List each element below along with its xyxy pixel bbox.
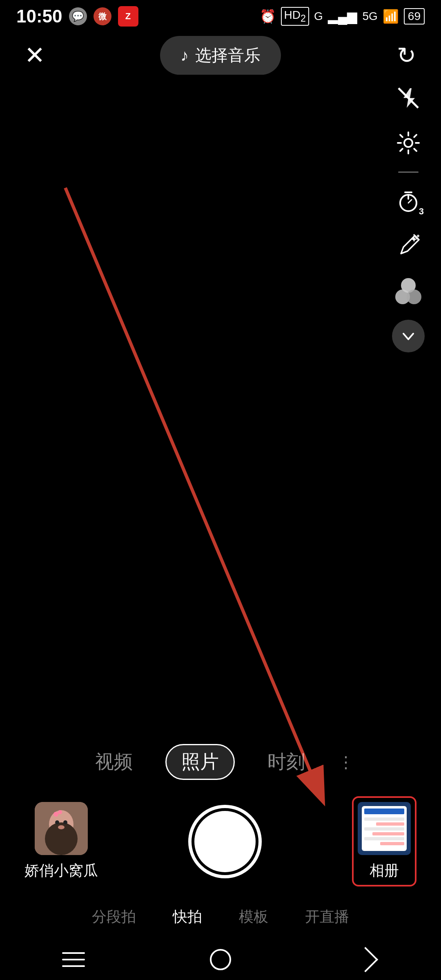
music-label: 选择音乐 [195,44,261,67]
music-select-button[interactable]: ♪ 选择音乐 [160,36,281,75]
album-screen-content [362,806,407,851]
tab-moment[interactable]: 时刻 [259,745,313,779]
weibo-icon: 微 [94,7,111,25]
flash-icon [397,87,420,109]
user-name: 娇俏小窝瓜 [24,861,98,881]
colors-button[interactable] [392,275,425,307]
tab-video[interactable]: 视频 [87,745,141,779]
chevron-down-icon [399,327,417,345]
avatar-svg [35,802,88,855]
status-time: 10:50 [16,6,62,27]
album-label: 相册 [370,861,399,881]
system-nav-bar [0,939,441,980]
nav-quick[interactable]: 快拍 [165,903,210,931]
signal-5g-icon: 5G [362,10,377,23]
svg-point-16 [58,825,65,829]
more-tools-button[interactable] [392,320,425,352]
refresh-button[interactable]: ↻ [392,41,421,69]
shutter-inner [194,811,256,872]
alarm-icon: ⏰ [260,9,276,24]
camera-controls: 娇俏小窝瓜 相册 [0,788,441,899]
timer-icon [396,189,421,214]
right-toolbar: 3 ✦ ✦ ✦ [392,82,425,352]
top-bar: ✕ ♪ 选择音乐 ↻ [0,33,441,78]
status-bar: 10:50 💬 微 Z ⏰ HD2 G ▂▄▆ 5G 📶 69 [0,0,441,33]
tab-photo[interactable]: 照片 [165,744,235,780]
status-right-icons: ⏰ HD2 G ▂▄▆ 5G 📶 69 [260,7,425,26]
brush-icon: ✦ ✦ ✦ [396,234,421,258]
svg-text:✦: ✦ [416,234,421,239]
bottom-nav: 分段拍 快拍 模板 开直播 [0,899,441,939]
flash-button[interactable] [392,82,425,114]
svg-point-14 [55,820,59,824]
zhibo-icon: Z [118,6,138,27]
toolbar-divider [398,172,419,173]
svg-point-1 [404,139,412,147]
svg-text:✦: ✦ [412,234,416,237]
chat-icon: 💬 [69,7,87,25]
back-arrow-icon [353,947,378,972]
close-icon: ✕ [24,41,45,69]
mode-tabs: 视频 照片 时刻 ⋮ [0,732,441,788]
settings-icon [396,131,421,155]
album-preview [358,802,411,855]
svg-point-15 [63,820,67,824]
refresh-icon: ↻ [397,42,416,69]
brush-button[interactable]: ✦ ✦ ✦ [392,230,425,263]
user-profile[interactable]: 娇俏小窝瓜 [24,802,98,881]
nav-back-button[interactable] [351,943,384,976]
album-button[interactable]: 相册 [352,796,416,886]
signal-bars: ▂▄▆ [328,9,358,24]
nav-menu-button[interactable] [57,943,90,976]
avatar-image [35,802,88,855]
avatar [35,802,88,855]
hamburger-icon [62,959,85,960]
timer-button[interactable]: 3 [392,185,425,218]
nav-live[interactable]: 开直播 [297,903,357,931]
battery-icon: 69 [404,8,425,24]
mode-more-icon[interactable]: ⋮ [338,753,354,771]
svg-point-17 [53,812,58,817]
nav-segmented[interactable]: 分段拍 [84,903,144,931]
svg-line-10 [65,188,323,800]
nav-home-button[interactable] [204,943,237,976]
hd-badge: HD2 [281,7,309,26]
svg-line-4 [408,200,412,203]
bottom-section: 视频 照片 时刻 ⋮ [0,732,441,980]
close-button[interactable]: ✕ [20,41,49,69]
home-circle-icon [210,949,231,970]
shutter-button[interactable] [188,805,262,878]
wifi-icon: 📶 [383,9,399,24]
signal-g-icon: G [314,10,323,23]
status-left: 10:50 💬 微 Z [16,6,138,27]
svg-point-18 [58,810,62,814]
color-circles-icon [395,278,421,304]
nav-template[interactable]: 模板 [231,903,276,931]
music-note-icon: ♪ [180,46,189,65]
settings-button[interactable] [392,127,425,159]
timer-number: 3 [419,206,424,217]
